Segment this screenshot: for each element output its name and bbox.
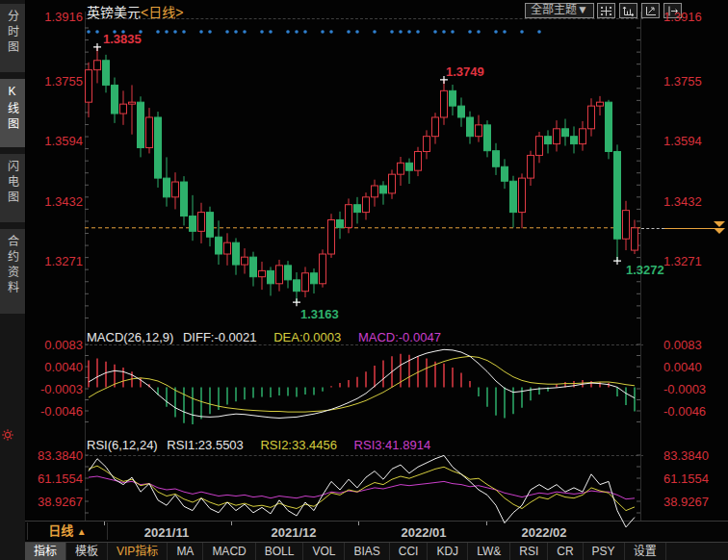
toolbar-item-BIAS[interactable]: BIAS (345, 543, 389, 560)
candle[interactable] (450, 90, 456, 106)
toolbar-item-模板[interactable]: 模板 (66, 543, 108, 560)
signal-dot (286, 30, 290, 34)
candle[interactable] (320, 254, 326, 284)
candle[interactable] (606, 102, 612, 151)
toolbar-item-设置[interactable]: 设置 (625, 543, 666, 560)
toolbar-item-RSI[interactable]: RSI (510, 543, 548, 560)
candle[interactable] (346, 205, 352, 228)
candle[interactable] (597, 102, 604, 106)
rsi-chart[interactable] (85, 448, 640, 529)
candle[interactable] (493, 151, 500, 167)
candle[interactable] (112, 85, 118, 114)
macd-chart[interactable] (85, 339, 640, 437)
candle[interactable] (268, 270, 274, 283)
candle[interactable] (571, 137, 578, 144)
candle[interactable] (432, 117, 439, 137)
candle[interactable] (562, 129, 569, 137)
candle[interactable] (458, 106, 465, 117)
candle[interactable] (155, 117, 162, 178)
candle[interactable] (250, 257, 257, 277)
candle[interactable] (502, 166, 508, 181)
candle[interactable] (510, 181, 517, 212)
candle[interactable] (406, 163, 413, 170)
candle[interactable] (588, 106, 595, 129)
extreme-cross-marker (293, 298, 300, 306)
signal-dot (520, 30, 524, 34)
sidebar-tab-K线图[interactable]: K线图 (0, 79, 25, 147)
toolbar-item-LW&[interactable]: LW& (468, 543, 510, 560)
candle[interactable] (86, 70, 92, 103)
candle[interactable] (545, 137, 552, 144)
candle[interactable] (441, 90, 448, 117)
toolbar-item-VIP指标[interactable]: VIP指标 (108, 543, 168, 560)
price-marker-icon[interactable] (714, 221, 725, 235)
candle[interactable] (94, 61, 101, 70)
candle[interactable] (328, 220, 335, 255)
candle[interactable] (138, 102, 144, 147)
candle[interactable] (172, 182, 179, 197)
candle[interactable] (580, 129, 586, 144)
candle[interactable] (146, 117, 153, 148)
candle[interactable] (216, 237, 222, 254)
extreme-cross-marker (93, 43, 101, 51)
candle[interactable] (198, 213, 205, 232)
indicator-gear-icon[interactable] (2, 429, 13, 441)
left-sidebar: 分时图K线图闪电图合约资料 (0, 0, 26, 560)
axis-pan-icon[interactable] (641, 3, 660, 18)
candle[interactable] (276, 266, 283, 284)
period-label: 日线 (48, 523, 73, 538)
candle[interactable] (519, 178, 526, 213)
sidebar-tab-label: 合约资料 (5, 235, 21, 296)
candle[interactable] (120, 104, 127, 114)
toolbar-item-MACD[interactable]: MACD (203, 543, 255, 560)
candle[interactable] (389, 174, 396, 193)
candle[interactable] (467, 117, 474, 137)
candle[interactable] (337, 220, 344, 228)
toolbar-item-VOL[interactable]: VOL (303, 543, 345, 560)
candle[interactable] (354, 205, 361, 213)
candle[interactable] (129, 102, 136, 104)
candle[interactable] (311, 273, 318, 284)
price-annotation: 1.3835 (103, 32, 142, 46)
sidebar-tab-合约资料[interactable]: 合约资料 (0, 229, 25, 314)
candle[interactable] (103, 61, 110, 86)
candle[interactable] (372, 186, 378, 197)
toolbar-item-BOLL[interactable]: BOLL (256, 543, 304, 560)
candle[interactable] (285, 266, 292, 280)
candle[interactable] (484, 125, 491, 151)
candle[interactable] (242, 257, 248, 265)
candle[interactable] (224, 242, 231, 254)
candle[interactable] (363, 197, 370, 213)
candle[interactable] (398, 163, 404, 174)
toolbar-item-KDJ[interactable]: KDJ (428, 543, 468, 560)
candle[interactable] (233, 242, 240, 265)
candle[interactable] (415, 151, 422, 170)
candle[interactable] (424, 137, 430, 152)
candlestick-chart[interactable] (85, 12, 640, 333)
toolbar-item-指标[interactable]: 指标 (25, 543, 66, 560)
sidebar-tab-分时图[interactable]: 分时图 (0, 4, 25, 72)
toolbar-item-PSY[interactable]: PSY (584, 543, 625, 560)
candle[interactable] (207, 213, 214, 238)
candle[interactable] (294, 280, 300, 292)
candle[interactable] (259, 270, 266, 276)
candle[interactable] (528, 155, 534, 178)
signal-dot (468, 30, 472, 34)
candle[interactable] (181, 182, 188, 216)
toolbar-item-CCI[interactable]: CCI (390, 543, 429, 560)
candle[interactable] (302, 273, 309, 292)
candle[interactable] (380, 186, 387, 193)
signal-dot (269, 30, 273, 34)
candle[interactable] (632, 228, 638, 250)
toolbar-item-MA[interactable]: MA (168, 543, 203, 560)
toolbar-item-CR[interactable]: CR (548, 543, 583, 560)
signal-dot (156, 30, 160, 34)
candle[interactable] (536, 137, 543, 156)
candle[interactable] (623, 211, 630, 240)
sidebar-tab-闪电图[interactable]: 闪电图 (0, 154, 25, 222)
candle[interactable] (190, 216, 196, 232)
candle[interactable] (614, 151, 621, 239)
candle[interactable] (554, 129, 560, 144)
candle[interactable] (164, 178, 170, 197)
candle[interactable] (476, 125, 482, 137)
